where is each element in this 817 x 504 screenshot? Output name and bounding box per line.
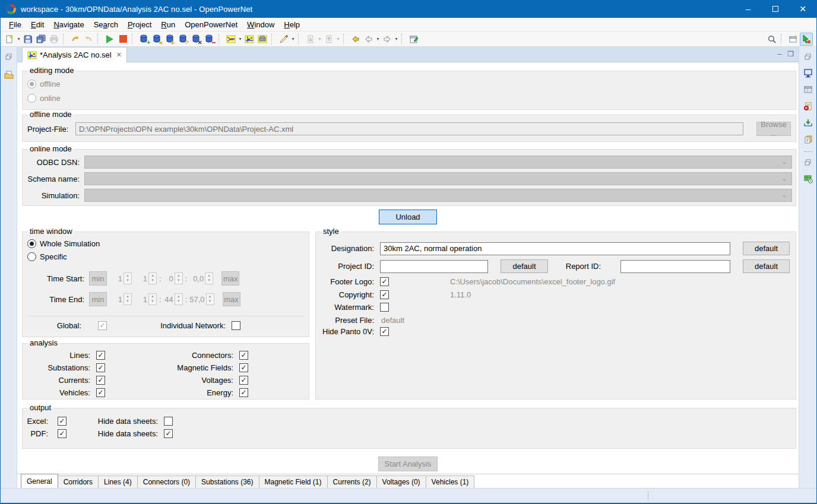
db-upload-button[interactable]: ↗ <box>177 33 190 46</box>
tab-vehicles[interactable]: Vehicles (1) <box>426 476 475 488</box>
time-start-seconds-spinner[interactable]: ▲▼ <box>205 272 213 284</box>
restore-view-icon[interactable] <box>803 157 813 169</box>
menu-search[interactable]: Search <box>89 19 123 30</box>
database-view-icon[interactable] <box>803 174 813 185</box>
minimize-view-icon[interactable]: – <box>778 50 782 58</box>
global-checkbox[interactable] <box>98 321 107 330</box>
forward-dropdown[interactable]: ▾ <box>394 36 399 42</box>
specific-radio[interactable] <box>27 252 36 261</box>
schema-name-combo[interactable]: ⌄ <box>84 172 792 185</box>
watermark-checkbox[interactable] <box>380 303 389 312</box>
editor-tab-close-icon[interactable]: ✕ <box>116 51 122 59</box>
excel-hide-checkbox[interactable] <box>164 417 173 426</box>
pdf-hide-checkbox[interactable] <box>164 429 173 438</box>
link-with-editor-button[interactable] <box>407 33 420 46</box>
time-end-minutes-spinner[interactable]: ▲▼ <box>175 293 183 305</box>
prev-annotation-button[interactable] <box>322 33 335 46</box>
next-annotation-button[interactable] <box>304 33 317 46</box>
tab-voltages[interactable]: Voltages (0) <box>376 476 426 488</box>
lines-checkbox[interactable] <box>96 351 105 360</box>
last-edit-location-button[interactable] <box>349 33 362 46</box>
connectors-checkbox[interactable] <box>239 351 248 360</box>
db-add-button[interactable]: + <box>138 33 151 46</box>
energy-checkbox[interactable] <box>239 388 248 397</box>
menu-help[interactable]: Help <box>279 19 305 30</box>
tab-connectors[interactable]: Connectors (0) <box>137 476 196 488</box>
run-button[interactable] <box>103 33 116 46</box>
close-button[interactable]: ✕ <box>789 0 816 18</box>
footer-logo-checkbox[interactable] <box>380 277 389 286</box>
restore-view-icon[interactable] <box>803 52 813 63</box>
minimize-button[interactable]: – <box>734 0 762 18</box>
time-end-days-spinner[interactable]: ▲▼ <box>124 293 132 305</box>
tab-substations[interactable]: Substations (36) <box>195 476 259 488</box>
time-end-max-button[interactable]: max <box>223 292 240 306</box>
maximize-button[interactable] <box>762 0 789 18</box>
report-id-input[interactable] <box>620 260 730 273</box>
forward-button[interactable] <box>381 33 394 46</box>
new-dropdown[interactable]: ▾ <box>16 36 21 42</box>
individual-network-checkbox[interactable] <box>232 321 240 330</box>
console-view-icon[interactable] <box>803 68 813 80</box>
opn-perspective-button[interactable] <box>800 33 813 46</box>
pdf-checkbox[interactable] <box>58 429 66 438</box>
offline-radio[interactable] <box>27 80 36 88</box>
substations-checkbox[interactable] <box>96 363 105 372</box>
stop-button[interactable] <box>116 33 129 46</box>
magnetic-fields-checkbox[interactable] <box>239 363 248 372</box>
chart-dropdown[interactable]: ▾ <box>238 36 243 42</box>
time-start-min-button[interactable]: min <box>89 271 107 286</box>
db-import-button[interactable]: ◄ <box>151 33 164 46</box>
vehicles-checkbox[interactable] <box>96 388 105 397</box>
outline-view-icon[interactable] <box>803 135 813 146</box>
tab-currents[interactable]: Currents (2) <box>327 476 377 488</box>
project-id-default-button[interactable]: default <box>501 259 548 273</box>
error-log-view-icon[interactable] <box>803 102 813 113</box>
redo-button[interactable] <box>82 33 95 46</box>
save-button[interactable] <box>21 33 34 46</box>
search-button[interactable] <box>765 33 778 46</box>
tab-magnetic-field[interactable]: Magnetic Field (1) <box>259 476 328 488</box>
undo-button[interactable] <box>69 33 82 46</box>
whole-simulation-radio[interactable] <box>27 239 36 248</box>
time-start-minutes-spinner[interactable]: ▲▼ <box>175 272 183 284</box>
excel-checkbox[interactable] <box>58 417 66 426</box>
designation-input[interactable] <box>380 242 730 255</box>
browse-button[interactable]: Browse ... <box>756 122 791 136</box>
time-end-hours-spinner[interactable]: ▲▼ <box>148 293 157 305</box>
next-annotation-dropdown[interactable]: ▾ <box>317 36 322 42</box>
back-dropdown[interactable]: ▾ <box>375 36 381 42</box>
chart-button[interactable] <box>224 33 238 46</box>
brush-dropdown[interactable]: ▾ <box>290 36 296 42</box>
tab-lines[interactable]: Lines (4) <box>98 476 138 488</box>
start-analysis-button[interactable]: Start Analysis <box>378 457 438 471</box>
menu-file[interactable]: File <box>4 19 26 30</box>
import-view-icon[interactable] <box>803 118 813 129</box>
save-all-button[interactable] <box>34 33 48 46</box>
print-button[interactable] <box>48 33 61 46</box>
db-delete-button[interactable]: ✕ <box>190 33 203 46</box>
menu-navigate[interactable]: Navigate <box>49 19 88 30</box>
back-button[interactable] <box>362 33 375 46</box>
tab-corridors[interactable]: Corridors <box>58 476 99 488</box>
online-radio[interactable] <box>27 94 36 103</box>
voltages-checkbox[interactable] <box>239 376 248 385</box>
report-id-default-button[interactable]: default <box>743 259 790 273</box>
simulation-combo[interactable]: ⌄ <box>84 189 792 202</box>
properties-view-icon[interactable] <box>803 85 813 96</box>
menu-edit[interactable]: Edit <box>26 19 49 30</box>
editor-tab[interactable]: *Analysis 2AC no.sel ✕ <box>22 47 127 62</box>
menu-project[interactable]: Project <box>123 19 156 30</box>
db-remove-button[interactable]: ━ <box>203 33 216 46</box>
maximize-view-icon[interactable]: ❐ <box>787 50 794 58</box>
menu-window[interactable]: Window <box>242 19 279 30</box>
db-export-button[interactable]: ► <box>164 33 177 46</box>
menu-openpowernet[interactable]: OpenPowerNet <box>180 19 242 30</box>
menu-run[interactable]: Run <box>156 19 180 30</box>
tab-general[interactable]: General <box>21 474 58 488</box>
unload-button[interactable]: Unload <box>379 210 437 224</box>
copyright-checkbox[interactable] <box>380 290 389 299</box>
project-id-input[interactable] <box>380 260 488 273</box>
currents-checkbox[interactable] <box>96 376 105 385</box>
new-wizard-button[interactable] <box>3 33 16 46</box>
